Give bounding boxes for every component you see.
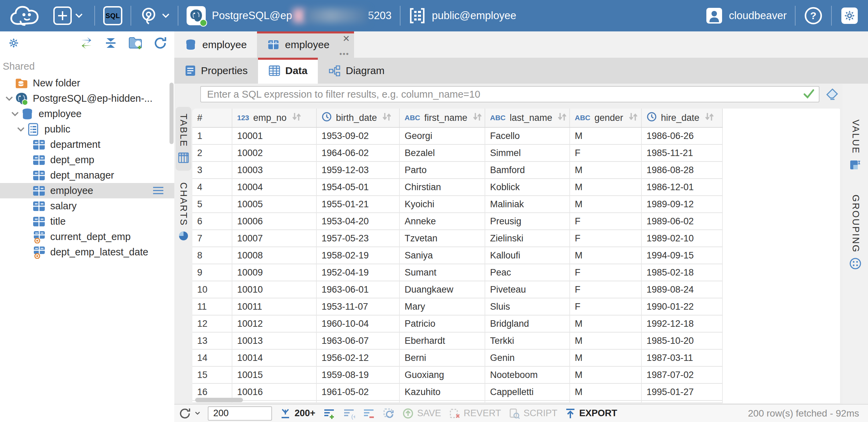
add-folder-button[interactable] [128, 36, 143, 50]
clear-filter-button[interactable] [826, 88, 839, 102]
cell-first_name[interactable]: Kazuhito [400, 384, 485, 401]
new-object-button[interactable] [53, 6, 83, 26]
cell-emp_no[interactable]: 10001 [232, 128, 317, 145]
cell-emp_no[interactable]: 10015 [232, 367, 317, 384]
cell-gender[interactable]: M [570, 179, 642, 196]
sync-connection-button[interactable] [79, 37, 94, 49]
cell-first_name[interactable]: Sumant [400, 264, 485, 281]
cell-first_name[interactable]: Patricio [400, 315, 485, 333]
tab-properties[interactable]: Properties [174, 58, 258, 84]
tree-item-salary[interactable]: salary [0, 198, 174, 214]
cell-first_name[interactable]: Eberhardt [400, 333, 485, 350]
cell-birth_date[interactable]: 1955-01-21 [317, 196, 400, 213]
tree-item-public[interactable]: public [0, 122, 174, 137]
cell-emp_no[interactable]: 10009 [232, 264, 317, 281]
tree-item-employee[interactable]: employee [0, 106, 174, 122]
column-header-first_name[interactable]: ABCfirst_name [400, 109, 485, 127]
presentation-tab-table[interactable]: TABLE [176, 107, 191, 171]
cell-gender[interactable]: M [570, 247, 642, 264]
cell-last_name[interactable]: Piveteau [485, 281, 570, 298]
save-button[interactable]: SAVE [402, 408, 441, 419]
cell-emp_no[interactable]: 10003 [232, 162, 317, 179]
cell-hire_date[interactable]: 1985-11-21 [642, 145, 723, 162]
cell-gender[interactable]: M [570, 162, 642, 179]
cell-birth_date[interactable]: 1953-09-02 [317, 128, 400, 145]
cell-last_name[interactable]: Genin [485, 350, 570, 367]
cell-birth_date[interactable]: 1959-08-19 [317, 367, 400, 384]
cell-first_name[interactable]: Saniya [400, 247, 485, 264]
cell-emp_no[interactable]: 10002 [232, 145, 317, 162]
cell-first_name[interactable]: Tzvetan [400, 230, 485, 247]
cell-last_name[interactable]: Zielinski [485, 230, 570, 247]
cell-last_name[interactable]: Peac [485, 264, 570, 281]
cell-hire_date[interactable]: 1989-02-10 [642, 230, 723, 247]
cell-emp_no[interactable]: 10010 [232, 281, 317, 298]
fetch-size-input[interactable] [208, 406, 272, 421]
sort-icon[interactable] [472, 112, 483, 122]
cell-gender[interactable]: F [570, 213, 642, 230]
cell-gender[interactable]: M [570, 128, 642, 145]
cell-first_name[interactable]: Chirstian [400, 179, 485, 196]
cell-birth_date[interactable]: 1956-02-12 [317, 350, 400, 367]
sort-icon[interactable] [557, 112, 567, 122]
column-header-last_name[interactable]: ABClast_name [485, 109, 570, 127]
sort-icon[interactable] [628, 112, 638, 122]
user-menu[interactable]: cloudbeaver [705, 6, 787, 25]
tree-item-postgresql-ep-hidden-[interactable]: PostgreSQL@ep-hidden-... [0, 91, 174, 106]
cell-emp_no[interactable]: 10013 [232, 333, 317, 350]
column-header-row-number[interactable]: # [192, 109, 232, 127]
add-row-button[interactable] [323, 407, 335, 420]
cell-last_name[interactable]: Bamford [485, 162, 570, 179]
cell-gender[interactable]: M [570, 384, 642, 401]
cell-birth_date[interactable]: 1963-06-07 [317, 333, 400, 350]
cell-emp_no[interactable]: 10012 [232, 315, 317, 333]
cell-gender[interactable]: F [570, 230, 642, 247]
cell-last_name[interactable]: Cappelletti [485, 384, 570, 401]
cell-emp_no[interactable]: 10008 [232, 247, 317, 264]
sql-filter-input[interactable] [200, 86, 819, 102]
cell-first_name[interactable]: Parto [400, 162, 485, 179]
cell-first_name[interactable]: Duangkaew [400, 281, 485, 298]
cell-gender[interactable]: M [570, 367, 642, 384]
cell-birth_date[interactable]: 1959-12-03 [317, 162, 400, 179]
cell-first_name[interactable]: Kyoichi [400, 196, 485, 213]
cell-hire_date[interactable]: 1986-08-28 [642, 162, 723, 179]
schema-selector[interactable]: public@employee [409, 7, 516, 25]
presentation-tab-charts[interactable]: CHARTS [176, 175, 191, 249]
revert-button[interactable]: REVERT [449, 408, 501, 419]
apply-filter-icon[interactable] [803, 89, 815, 100]
cell-hire_date[interactable]: 1995-01-27 [642, 384, 723, 401]
close-tab-icon[interactable]: ✕ [342, 34, 350, 43]
cell-birth_date[interactable]: 1957-05-23 [317, 230, 400, 247]
cell-last_name[interactable]: Maliniak [485, 196, 570, 213]
tree-item-employee[interactable]: employee [0, 183, 174, 198]
cell-gender[interactable]: M [570, 333, 642, 350]
cell-hire_date[interactable]: 1985-02-18 [642, 264, 723, 281]
cell-emp_no[interactable]: 10006 [232, 213, 317, 230]
cell-last_name[interactable]: Koblick [485, 179, 570, 196]
sidebar-settings-button[interactable] [6, 36, 21, 51]
refresh-results-button[interactable] [178, 407, 200, 420]
cell-birth_date[interactable]: 1954-05-01 [317, 179, 400, 196]
cell-last_name[interactable]: Simmel [485, 145, 570, 162]
tree-item-dept-emp[interactable]: dept_emp [0, 152, 174, 168]
settings-button[interactable] [840, 6, 859, 25]
tree-item-new-folder[interactable]: New folder [0, 75, 174, 91]
cell-first_name[interactable]: Berni [400, 350, 485, 367]
sidebar-scrollbar[interactable] [169, 83, 174, 144]
cell-birth_date[interactable]: 1953-04-20 [317, 213, 400, 230]
sort-icon[interactable] [704, 112, 715, 122]
cell-hire_date[interactable]: 1994-09-15 [642, 247, 723, 264]
cell-hire_date[interactable]: 1989-08-24 [642, 281, 723, 298]
column-header-gender[interactable]: ABCgender [570, 109, 642, 127]
cell-hire_date[interactable]: 1989-06-02 [642, 213, 723, 230]
help-button[interactable]: ? [804, 6, 823, 25]
cell-first_name[interactable]: Mary [400, 298, 485, 315]
cell-first_name[interactable]: Anneke [400, 213, 485, 230]
refresh-tree-button[interactable] [153, 36, 167, 50]
cell-gender[interactable]: F [570, 281, 642, 298]
cell-gender[interactable]: M [570, 350, 642, 367]
cell-gender[interactable]: M [570, 315, 642, 333]
column-header-hire_date[interactable]: hire_date [642, 109, 723, 127]
sort-icon[interactable] [382, 112, 392, 122]
